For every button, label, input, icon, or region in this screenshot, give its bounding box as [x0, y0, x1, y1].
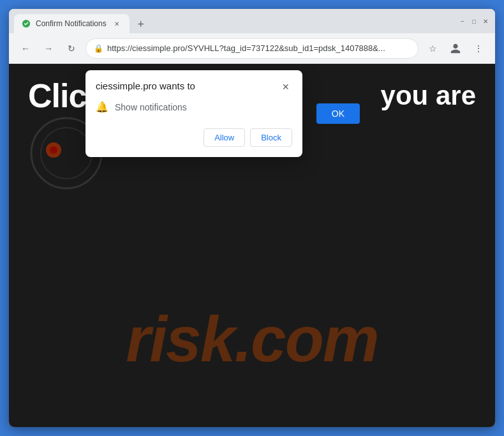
- dialog-title: ciessimple.pro wants to: [96, 80, 195, 91]
- menu-button[interactable]: ⋮: [470, 40, 487, 57]
- window-controls: − □ ✕: [458, 17, 490, 26]
- allow-button[interactable]: Allow: [204, 128, 245, 147]
- permission-text: Show notifications: [115, 102, 187, 112]
- profile-button[interactable]: [447, 40, 464, 57]
- active-tab[interactable]: Confirm Notifications ✕: [14, 14, 130, 33]
- tab-close-button[interactable]: ✕: [112, 19, 122, 29]
- back-button[interactable]: ←: [17, 40, 34, 57]
- dialog-permission-row: 🔔 Show notifications: [85, 93, 302, 121]
- block-button[interactable]: Block: [250, 128, 292, 147]
- dialog-close-button[interactable]: ✕: [279, 80, 292, 93]
- browser-window: Confirm Notifications ✕ + − □ ✕ ← → ↻ 🔒 …: [9, 9, 495, 427]
- tab-title: Confirm Notifications: [36, 19, 107, 28]
- tab-favicon: [22, 19, 31, 28]
- forward-button[interactable]: →: [40, 40, 57, 57]
- bookmark-button[interactable]: ☆: [424, 40, 441, 57]
- dialog-overlay: ciessimple.pro wants to ✕ 🔔 Show notific…: [9, 64, 495, 427]
- ok-button[interactable]: OK: [316, 103, 360, 124]
- tab-bar: Confirm Notifications ✕ +: [14, 9, 453, 33]
- address-bar[interactable]: 🔒 https://ciessimple.pro/SYVHLL?tag_id=7…: [85, 38, 419, 59]
- page-content: Click you are risk.com ciessimple.pro wa…: [9, 64, 495, 427]
- navigation-bar: ← → ↻ 🔒 https://ciessimple.pro/SYVHLL?ta…: [9, 33, 495, 64]
- url-text: https://ciessimple.pro/SYVHLL?tag_id=737…: [107, 43, 410, 53]
- new-tab-button[interactable]: +: [132, 15, 150, 33]
- dialog-actions: Allow Block: [85, 121, 302, 157]
- refresh-button[interactable]: ↻: [63, 40, 80, 57]
- notification-dialog: ciessimple.pro wants to ✕ 🔔 Show notific…: [85, 70, 302, 157]
- lock-icon: 🔒: [94, 44, 103, 53]
- minimize-button[interactable]: −: [458, 17, 467, 26]
- title-bar: Confirm Notifications ✕ + − □ ✕: [9, 9, 495, 33]
- close-window-button[interactable]: ✕: [481, 17, 490, 26]
- bell-icon: 🔔: [96, 101, 108, 113]
- maximize-button[interactable]: □: [470, 17, 478, 26]
- dialog-header: ciessimple.pro wants to ✕: [85, 70, 302, 93]
- ok-button-container: OK: [316, 103, 360, 124]
